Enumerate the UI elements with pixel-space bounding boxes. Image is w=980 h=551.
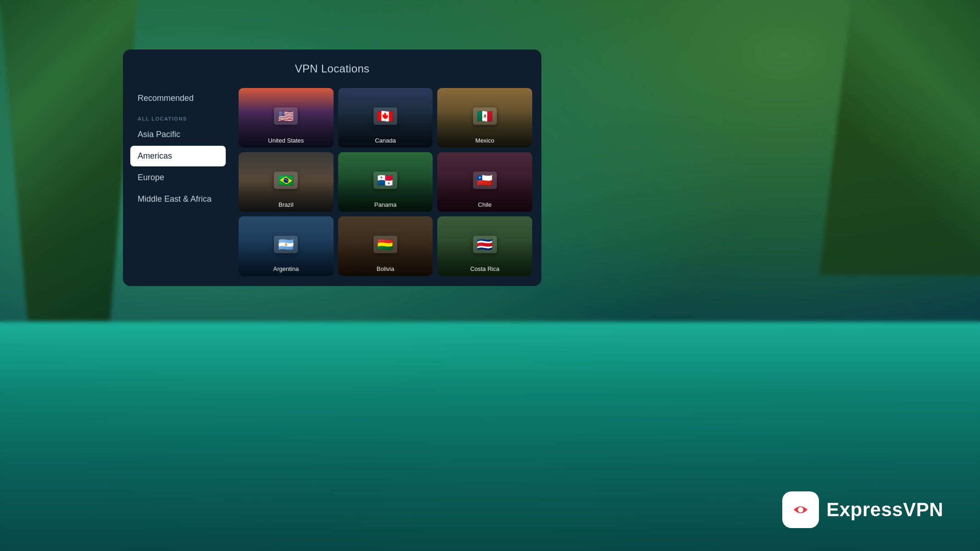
flag-container-chile: 🇨🇱 — [473, 171, 497, 189]
country-card-united-states[interactable]: 🇺🇸 United States — [239, 88, 334, 148]
flag-container-costa-rica: 🇨🇷 — [473, 236, 497, 253]
flag-container-usa: 🇺🇸 — [274, 107, 298, 125]
country-name-bolivia: Bolivia — [338, 265, 433, 272]
country-card-mexico[interactable]: 🇲🇽 Mexico — [437, 88, 532, 148]
flag-panama: 🇵🇦 — [373, 171, 397, 189]
flag-container-brazil: 🇧🇷 — [274, 171, 298, 189]
country-name-united-states: United States — [239, 137, 334, 144]
flag-container-panama: 🇵🇦 — [373, 171, 397, 189]
sidebar: Recommended ALL LOCATIONS Asia Pacific A… — [123, 84, 233, 286]
country-name-panama: Panama — [338, 201, 433, 208]
country-grid-area: 🇺🇸 United States 🇨🇦 Canada — [233, 84, 541, 286]
sidebar-item-asia-pacific[interactable]: Asia Pacific — [130, 124, 226, 145]
flag-brazil: 🇧🇷 — [274, 171, 298, 189]
expressvpn-text: ExpressVPN — [826, 499, 943, 521]
expressvpn-logo: ExpressVPN — [782, 491, 943, 528]
country-card-panama[interactable]: 🇵🇦 Panama — [338, 152, 433, 212]
flag-container-argentina: 🇦🇷 — [274, 236, 298, 253]
sidebar-item-americas[interactable]: Americas — [130, 146, 226, 166]
country-card-brazil[interactable]: 🇧🇷 Brazil — [239, 152, 334, 212]
sidebar-item-recommended[interactable]: Recommended — [130, 88, 226, 109]
flag-mexico: 🇲🇽 — [473, 107, 497, 125]
flag-usa: 🇺🇸 — [274, 107, 298, 125]
sidebar-item-middle-east-africa[interactable]: Middle East & Africa — [130, 189, 226, 209]
country-name-argentina: Argentina — [239, 265, 334, 272]
sidebar-item-europe[interactable]: Europe — [130, 167, 226, 188]
country-card-bolivia[interactable]: 🇧🇴 Bolivia — [338, 216, 433, 276]
country-card-costa-rica[interactable]: 🇨🇷 Costa Rica — [437, 216, 532, 276]
panel-header: VPN Locations — [123, 50, 541, 84]
all-locations-label: ALL LOCATIONS — [130, 112, 226, 124]
flag-argentina: 🇦🇷 — [274, 236, 298, 253]
flag-container-mexico: 🇲🇽 — [473, 107, 497, 125]
country-name-chile: Chile — [437, 201, 532, 208]
flag-container-canada: 🇨🇦 — [373, 107, 397, 125]
country-grid: 🇺🇸 United States 🇨🇦 Canada — [239, 88, 532, 276]
expressvpn-icon — [782, 491, 819, 528]
country-name-canada: Canada — [338, 137, 433, 144]
flag-canada: 🇨🇦 — [373, 107, 397, 125]
country-name-mexico: Mexico — [437, 137, 532, 144]
flag-costa-rica: 🇨🇷 — [473, 236, 497, 253]
country-name-costa-rica: Costa Rica — [437, 265, 532, 272]
country-name-brazil: Brazil — [239, 201, 334, 208]
svg-point-1 — [798, 507, 803, 512]
country-card-argentina[interactable]: 🇦🇷 Argentina — [239, 216, 334, 276]
flag-container-bolivia: 🇧🇴 — [373, 236, 397, 253]
country-card-chile[interactable]: 🇨🇱 Chile — [437, 152, 532, 212]
panel-body: Recommended ALL LOCATIONS Asia Pacific A… — [123, 84, 541, 286]
panel-title: VPN Locations — [123, 62, 541, 75]
flag-chile: 🇨🇱 — [473, 171, 497, 189]
flag-bolivia: 🇧🇴 — [373, 236, 397, 253]
vpn-panel: VPN Locations Recommended ALL LOCATIONS … — [123, 50, 541, 286]
country-card-canada[interactable]: 🇨🇦 Canada — [338, 88, 433, 148]
